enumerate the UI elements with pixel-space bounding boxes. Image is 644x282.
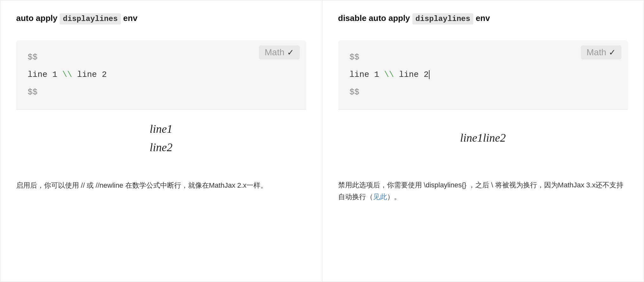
left-panel-header: auto apply displaylines env [16,13,306,24]
left-code-line: line 1 \\ line 2 [28,65,295,85]
right-backslash: \\ [384,70,394,79]
right-dollar-open: $$ [350,50,617,65]
right-header-prefix: disable auto apply [338,13,412,23]
left-math-checkmark: ✓ [287,48,294,57]
right-math-checkmark: ✓ [609,48,616,57]
left-header-badge: displaylines [60,13,121,24]
right-code-line: line 1 \\ line 2 [350,65,617,85]
right-code-suffix: line 2 [394,70,429,79]
left-code-prefix: line 1 [28,70,62,79]
left-dollar-close: $$ [28,85,295,100]
left-math-badge: Math ✓ [259,45,299,59]
right-header-suffix: env [473,13,490,23]
left-math-line1: line1 [150,122,173,136]
left-math-line2: line2 [150,141,173,154]
left-backslash: \\ [62,70,72,79]
right-header-badge: displaylines [412,13,474,24]
right-panel: disable auto apply displaylines env Math… [322,0,644,282]
right-math-label: Math [587,47,606,57]
left-preview-area: line1 line2 [16,109,306,167]
right-description: 禁用此选项后，你需要使用 \displaylines{} ，之后 \ 将被视为换… [338,179,628,203]
left-header-suffix: env [121,13,137,23]
text-cursor [429,70,430,79]
left-header-prefix: auto apply [16,13,60,23]
left-dollar-open: $$ [28,50,295,65]
left-code-suffix: line 2 [72,70,107,79]
right-demo-card: Math ✓ $$ line 1 \\ line 2 $$ line1line2 [338,40,628,166]
left-panel: auto apply displaylines env Math ✓ $$ li… [0,0,322,282]
left-demo-card: Math ✓ $$ line 1 \\ line 2 $$ line1 line… [16,40,306,166]
right-dollar-close: $$ [350,85,617,100]
right-desc-part2: ）。 [387,193,401,201]
right-preview-area: line1line2 [338,109,628,166]
right-code-prefix: line 1 [350,70,384,79]
right-panel-header: disable auto apply displaylines env [338,13,628,24]
right-math-badge: Math ✓ [581,45,621,59]
left-description: 启用后，你可以使用 // 或 //newline 在数学公式中断行，就像在Mat… [16,179,306,191]
left-math-label: Math [265,47,284,57]
right-math-combined: line1line2 [460,131,506,144]
main-container: auto apply displaylines env Math ✓ $$ li… [0,0,644,282]
right-desc-link[interactable]: 见此 [373,193,387,201]
